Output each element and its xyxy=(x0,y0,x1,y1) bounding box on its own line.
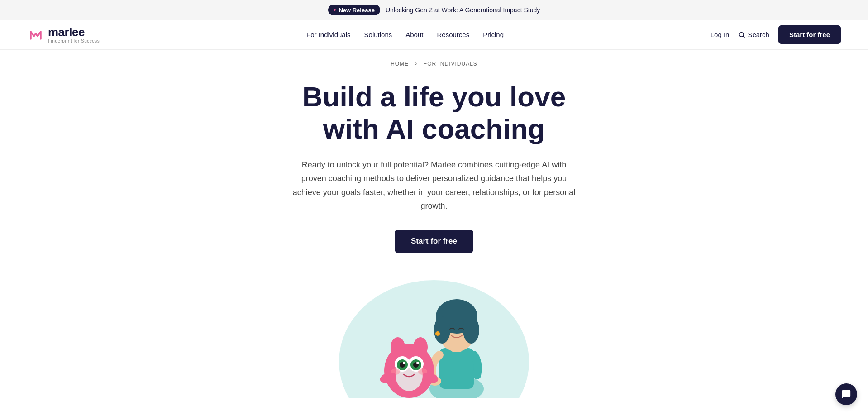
logo[interactable]: marlee Fingerprint for Success xyxy=(27,26,100,44)
logo-name: marlee xyxy=(48,26,100,39)
svg-point-8 xyxy=(434,316,450,344)
breadcrumb-current: FOR INDIVIDUALS xyxy=(424,61,477,67)
search-link[interactable]: Search xyxy=(738,31,769,38)
hero-section: Build a life you love with AI coaching R… xyxy=(230,72,638,271)
svg-point-24 xyxy=(416,362,419,364)
nav-item-solutions[interactable]: Solutions xyxy=(364,31,392,39)
hero-title: Build a life you love with AI coaching xyxy=(239,81,629,145)
nav-item-resources[interactable]: Resources xyxy=(437,31,469,39)
svg-point-23 xyxy=(403,362,405,364)
login-link[interactable]: Log In xyxy=(711,31,730,38)
svg-line-1 xyxy=(743,36,745,38)
search-label: Search xyxy=(748,31,769,38)
breadcrumb: HOME > FOR INDIVIDUALS xyxy=(0,50,868,72)
nav-right: Log In Search Start for free xyxy=(711,25,841,44)
svg-point-10 xyxy=(435,331,440,336)
new-release-badge: New Release xyxy=(328,5,380,15)
svg-rect-4 xyxy=(439,348,474,389)
logo-tagline: Fingerprint for Success xyxy=(48,38,100,43)
navbar: marlee Fingerprint for Success For Indiv… xyxy=(0,20,868,50)
hero-subtitle: Ready to unlock your full potential? Mar… xyxy=(289,158,579,213)
breadcrumb-home[interactable]: HOME xyxy=(391,61,409,67)
chat-icon xyxy=(841,389,851,398)
svg-point-9 xyxy=(463,316,479,344)
hero-svg xyxy=(321,271,547,398)
search-icon xyxy=(738,31,745,38)
logo-text-group: marlee Fingerprint for Success xyxy=(48,26,100,44)
breadcrumb-separator: > xyxy=(414,61,418,67)
nav-links: For Individuals Solutions About Resource… xyxy=(306,31,504,39)
hero-illustration xyxy=(0,271,868,398)
nav-start-free-button[interactable]: Start for free xyxy=(778,25,841,44)
announcement-link[interactable]: Unlocking Gen Z at Work: A Generational … xyxy=(386,6,540,14)
logo-icon xyxy=(27,26,44,43)
nav-item-for-individuals[interactable]: For Individuals xyxy=(306,31,351,39)
nav-item-about[interactable]: About xyxy=(405,31,423,39)
announcement-bar: New Release Unlocking Gen Z at Work: A G… xyxy=(0,0,868,20)
nav-item-pricing[interactable]: Pricing xyxy=(483,31,504,39)
hero-cta-button[interactable]: Start for free xyxy=(395,230,473,253)
